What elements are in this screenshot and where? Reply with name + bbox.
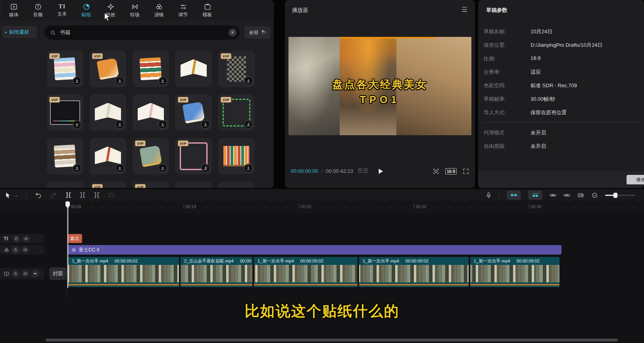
tab-audio[interactable]: 音频 (26, 0, 50, 21)
sticker-partial-4[interactable] (175, 182, 212, 188)
main-track-magnet-toggle[interactable] (507, 190, 521, 200)
search-input[interactable] (59, 29, 225, 36)
tab-filter[interactable]: 滤镜 (147, 0, 171, 21)
download-icon[interactable] (158, 120, 167, 129)
sticker-books-stack-tall[interactable] (47, 138, 83, 174)
fullscreen-icon[interactable] (462, 168, 469, 175)
ruler-minor-tick (356, 206, 357, 208)
download-icon[interactable] (244, 120, 253, 129)
video-clip[interactable]: 2_怎么会不喜欢花呢.mp400:00:06:1 (181, 257, 252, 287)
search-box[interactable]: × (44, 25, 240, 40)
modify-button[interactable]: 修改 (627, 175, 644, 184)
slider-handle[interactable] (613, 193, 617, 198)
ruler-minor-tick (368, 206, 368, 208)
video-clip[interactable]: 1_第一次出手.mp400:00:09:02 (254, 257, 358, 287)
timeline-zoom-slider[interactable] (605, 195, 635, 196)
download-icon[interactable] (201, 120, 210, 129)
filter-clip[interactable]: 富士CC II (68, 245, 561, 255)
video-preview[interactable]: 盘点各大经典美女 TPO1 (288, 37, 471, 135)
lock-track-button[interactable] (12, 270, 19, 278)
sticker-colorful-books-stack[interactable] (133, 51, 169, 87)
lock-track-button[interactable] (12, 235, 20, 243)
download-icon[interactable] (73, 77, 81, 85)
sticker-partial-1[interactable] (47, 182, 83, 188)
redo-button[interactable] (50, 192, 57, 199)
download-icon[interactable] (158, 164, 167, 172)
ruler-minor-tick (437, 206, 437, 208)
select-cursor-tool[interactable] (5, 192, 12, 199)
preview-focus-icon[interactable] (433, 168, 440, 175)
sticker-pink-sparkle-frame[interactable]: VIP (175, 138, 212, 174)
video-clip[interactable]: 1_第一次出手.mp400:00:09:02 (359, 257, 469, 287)
sticker-magic-book[interactable]: VIP (133, 138, 169, 174)
toggle-visibility-button[interactable] (21, 270, 29, 278)
download-icon[interactable] (115, 164, 124, 172)
split-clip-button[interactable]: ][ (65, 192, 71, 198)
sticker-blue-notebook[interactable]: VIP (175, 94, 212, 131)
record-voiceover-mic-icon[interactable] (485, 192, 492, 199)
unlink-clips-icon[interactable] (563, 192, 570, 199)
chevron-down-icon[interactable]: ⌄ (15, 193, 18, 197)
overlay-title-line1: 盘点各大经典美女 (288, 77, 471, 92)
sticker-partial-2[interactable]: VIP (90, 182, 126, 188)
toggle-visibility-button[interactable] (22, 235, 30, 243)
sticker-open-book-gold[interactable] (175, 51, 212, 87)
tab-media[interactable]: 媒体 (2, 0, 26, 21)
sticker-open-book-white[interactable] (90, 94, 126, 131)
param-value: D:/JianyingPro Drafts/10月24日 (531, 42, 602, 49)
sticker-colorful-doodle-frame[interactable]: VIP (218, 94, 255, 131)
download-icon[interactable] (73, 164, 81, 172)
play-button[interactable] (376, 167, 384, 176)
download-icon[interactable] (115, 120, 124, 129)
tab-sticker[interactable]: 贴纸 (74, 0, 98, 21)
mute-track-button[interactable] (31, 270, 39, 278)
clip-duration: 00:00:09:02 (115, 259, 138, 263)
zoom-out-timeline-icon[interactable] (591, 192, 598, 199)
param-label: 导入方式: (484, 109, 506, 116)
delete-clip-button[interactable] (108, 192, 115, 199)
split-right-button[interactable]: ][ (94, 192, 100, 198)
video-clip[interactable]: 1_第一次出手.mp400:00:09:02 (470, 257, 559, 287)
filter-icon (71, 247, 77, 253)
current-time: 00:00:00:00 (291, 168, 318, 174)
clear-search-icon[interactable]: × (229, 29, 236, 36)
player-menu-icon[interactable]: ☰ (461, 6, 468, 14)
download-icon[interactable] (73, 120, 81, 129)
ruler-time-label: 00:30 (416, 204, 426, 209)
sticker-partial-5[interactable] (218, 182, 255, 188)
link-clips-icon[interactable] (550, 192, 556, 199)
cover-button[interactable]: 封面 (49, 267, 67, 280)
tab-transition[interactable]: 转场 (123, 0, 147, 21)
sidebar-item-sticker-material[interactable]: ▸ 贴纸素材 (2, 26, 37, 38)
text-clip[interactable]: 盘点 (68, 234, 82, 243)
lock-track-button[interactable] (12, 246, 19, 254)
download-icon[interactable] (158, 77, 167, 85)
download-icon[interactable] (201, 164, 210, 172)
split-left-button[interactable]: ][ (79, 192, 85, 198)
time-ruler[interactable]: 00:0000:1000:2000:3000:40 (0, 201, 644, 213)
download-icon[interactable] (244, 164, 253, 172)
aspect-ratio-button[interactable]: 16:9 (445, 168, 457, 174)
category-filter-button[interactable]: 全部 (244, 26, 271, 39)
sticker-open-book-red[interactable] (90, 138, 126, 174)
sticker-partial-3[interactable]: VIP (133, 182, 169, 188)
undo-button[interactable] (35, 192, 42, 199)
horizontal-scrollbar[interactable] (46, 339, 618, 341)
sticker-retro-chart-frame[interactable]: VIP (47, 94, 83, 131)
download-icon[interactable] (244, 77, 253, 85)
video-clip[interactable]: 1_第一次出手.mp400:00:09:02 (68, 257, 179, 287)
tab-template[interactable]: 模板 (195, 0, 219, 21)
sticker-open-book-reader[interactable] (133, 94, 169, 131)
preview-axis-icon[interactable] (577, 192, 584, 199)
playhead-line[interactable] (67, 201, 68, 288)
sticker-pixel-text-characters[interactable]: VIP (218, 51, 255, 87)
sticker-books-stack-sparkle[interactable]: VIP (47, 51, 83, 87)
auto-snap-toggle[interactable] (528, 190, 542, 200)
tab-adjust[interactable]: 调节 (171, 0, 195, 21)
toggle-visibility-button[interactable] (21, 246, 29, 254)
sticker-orange-book[interactable]: VIP (90, 51, 126, 87)
download-icon[interactable] (115, 77, 124, 85)
tab-text[interactable]: TI文本 (50, 0, 74, 21)
sticker-bookshelf-row[interactable] (218, 138, 255, 174)
preview-quality-icon[interactable] (358, 169, 368, 174)
